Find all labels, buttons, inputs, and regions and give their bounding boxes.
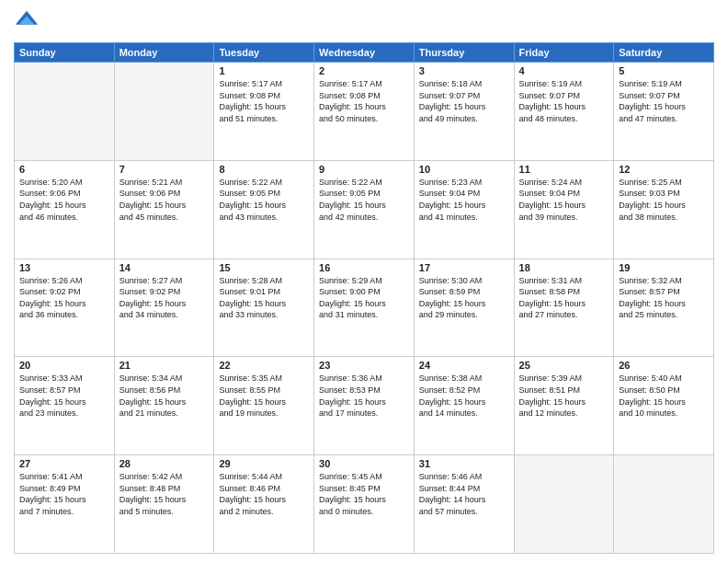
calendar-week-2: 6Sunrise: 5:20 AM Sunset: 9:06 PM Daylig… bbox=[15, 160, 714, 259]
calendar-cell: 31Sunrise: 5:46 AM Sunset: 8:44 PM Dayli… bbox=[414, 455, 514, 554]
day-number: 30 bbox=[319, 458, 409, 469]
calendar-cell: 1Sunrise: 5:17 AM Sunset: 9:08 PM Daylig… bbox=[214, 63, 314, 161]
header bbox=[14, 9, 714, 35]
day-info: Sunrise: 5:44 AM Sunset: 8:46 PM Dayligh… bbox=[219, 471, 309, 517]
day-number: 16 bbox=[319, 262, 409, 273]
day-info: Sunrise: 5:32 AM Sunset: 8:57 PM Dayligh… bbox=[619, 275, 709, 321]
calendar-cell: 23Sunrise: 5:36 AM Sunset: 8:53 PM Dayli… bbox=[314, 357, 415, 455]
day-number: 5 bbox=[619, 65, 709, 76]
calendar-cell: 13Sunrise: 5:26 AM Sunset: 9:02 PM Dayli… bbox=[15, 259, 115, 357]
day-info: Sunrise: 5:21 AM Sunset: 9:06 PM Dayligh… bbox=[119, 177, 210, 223]
calendar-cell: 24Sunrise: 5:38 AM Sunset: 8:52 PM Dayli… bbox=[414, 357, 514, 455]
weekday-header-row: SundayMondayTuesdayWednesdayThursdayFrid… bbox=[15, 43, 714, 63]
day-info: Sunrise: 5:36 AM Sunset: 8:53 PM Dayligh… bbox=[319, 373, 409, 419]
calendar-body: 1Sunrise: 5:17 AM Sunset: 9:08 PM Daylig… bbox=[15, 63, 714, 554]
calendar-cell: 9Sunrise: 5:22 AM Sunset: 9:05 PM Daylig… bbox=[314, 160, 415, 259]
calendar-cell: 20Sunrise: 5:33 AM Sunset: 8:57 PM Dayli… bbox=[15, 357, 115, 455]
calendar-cell: 30Sunrise: 5:45 AM Sunset: 8:45 PM Dayli… bbox=[314, 455, 415, 554]
calendar-cell: 29Sunrise: 5:44 AM Sunset: 8:46 PM Dayli… bbox=[214, 455, 314, 554]
day-info: Sunrise: 5:25 AM Sunset: 9:03 PM Dayligh… bbox=[619, 177, 709, 223]
calendar-cell: 15Sunrise: 5:28 AM Sunset: 9:01 PM Dayli… bbox=[214, 259, 314, 357]
day-info: Sunrise: 5:22 AM Sunset: 9:05 PM Dayligh… bbox=[219, 177, 309, 223]
calendar-cell: 12Sunrise: 5:25 AM Sunset: 9:03 PM Dayli… bbox=[614, 160, 714, 259]
calendar-cell: 8Sunrise: 5:22 AM Sunset: 9:05 PM Daylig… bbox=[214, 160, 314, 259]
calendar-cell: 11Sunrise: 5:24 AM Sunset: 9:04 PM Dayli… bbox=[514, 160, 614, 259]
calendar-cell: 14Sunrise: 5:27 AM Sunset: 9:02 PM Dayli… bbox=[114, 259, 214, 357]
day-info: Sunrise: 5:19 AM Sunset: 9:07 PM Dayligh… bbox=[519, 78, 609, 124]
day-info: Sunrise: 5:29 AM Sunset: 9:00 PM Dayligh… bbox=[319, 275, 409, 321]
day-number: 20 bbox=[19, 360, 109, 371]
calendar-cell bbox=[114, 63, 214, 161]
day-number: 26 bbox=[619, 360, 709, 371]
calendar-cell: 5Sunrise: 5:19 AM Sunset: 9:07 PM Daylig… bbox=[614, 63, 714, 161]
day-number: 31 bbox=[419, 458, 509, 469]
day-number: 6 bbox=[19, 164, 109, 175]
calendar-cell: 4Sunrise: 5:19 AM Sunset: 9:07 PM Daylig… bbox=[514, 63, 614, 161]
day-info: Sunrise: 5:31 AM Sunset: 8:58 PM Dayligh… bbox=[519, 275, 609, 321]
day-number: 25 bbox=[519, 360, 609, 371]
day-number: 11 bbox=[519, 164, 609, 175]
day-number: 23 bbox=[319, 360, 409, 371]
weekday-header-wednesday: Wednesday bbox=[314, 43, 415, 63]
weekday-header-saturday: Saturday bbox=[614, 43, 714, 63]
day-info: Sunrise: 5:20 AM Sunset: 9:06 PM Dayligh… bbox=[19, 177, 109, 223]
weekday-header-thursday: Thursday bbox=[414, 43, 514, 63]
day-info: Sunrise: 5:23 AM Sunset: 9:04 PM Dayligh… bbox=[419, 177, 509, 223]
day-number: 13 bbox=[19, 262, 109, 273]
calendar-cell: 27Sunrise: 5:41 AM Sunset: 8:49 PM Dayli… bbox=[15, 455, 115, 554]
day-number: 24 bbox=[419, 360, 509, 371]
calendar-week-5: 27Sunrise: 5:41 AM Sunset: 8:49 PM Dayli… bbox=[15, 455, 714, 554]
day-info: Sunrise: 5:28 AM Sunset: 9:01 PM Dayligh… bbox=[219, 275, 309, 321]
day-number: 21 bbox=[119, 360, 210, 371]
calendar-cell bbox=[15, 63, 115, 161]
day-info: Sunrise: 5:26 AM Sunset: 9:02 PM Dayligh… bbox=[19, 275, 109, 321]
weekday-header-sunday: Sunday bbox=[15, 43, 115, 63]
day-info: Sunrise: 5:22 AM Sunset: 9:05 PM Dayligh… bbox=[319, 177, 409, 223]
calendar-table: SundayMondayTuesdayWednesdayThursdayFrid… bbox=[14, 42, 714, 554]
day-info: Sunrise: 5:35 AM Sunset: 8:55 PM Dayligh… bbox=[219, 373, 309, 419]
day-number: 4 bbox=[519, 65, 609, 76]
calendar-cell: 10Sunrise: 5:23 AM Sunset: 9:04 PM Dayli… bbox=[414, 160, 514, 259]
day-info: Sunrise: 5:39 AM Sunset: 8:51 PM Dayligh… bbox=[519, 373, 609, 419]
calendar-cell: 16Sunrise: 5:29 AM Sunset: 9:00 PM Dayli… bbox=[314, 259, 415, 357]
calendar-cell: 18Sunrise: 5:31 AM Sunset: 8:58 PM Dayli… bbox=[514, 259, 614, 357]
day-info: Sunrise: 5:30 AM Sunset: 8:59 PM Dayligh… bbox=[419, 275, 509, 321]
day-number: 9 bbox=[319, 164, 409, 175]
calendar-cell: 21Sunrise: 5:34 AM Sunset: 8:56 PM Dayli… bbox=[114, 357, 214, 455]
day-number: 15 bbox=[219, 262, 309, 273]
day-info: Sunrise: 5:45 AM Sunset: 8:45 PM Dayligh… bbox=[319, 471, 409, 517]
day-info: Sunrise: 5:33 AM Sunset: 8:57 PM Dayligh… bbox=[19, 373, 109, 419]
day-info: Sunrise: 5:34 AM Sunset: 8:56 PM Dayligh… bbox=[119, 373, 210, 419]
calendar-cell: 22Sunrise: 5:35 AM Sunset: 8:55 PM Dayli… bbox=[214, 357, 314, 455]
calendar-cell: 28Sunrise: 5:42 AM Sunset: 8:48 PM Dayli… bbox=[114, 455, 214, 554]
day-number: 12 bbox=[619, 164, 709, 175]
logo-icon bbox=[14, 9, 40, 35]
weekday-header-tuesday: Tuesday bbox=[214, 43, 314, 63]
day-info: Sunrise: 5:17 AM Sunset: 9:08 PM Dayligh… bbox=[219, 78, 309, 124]
day-number: 14 bbox=[119, 262, 210, 273]
day-info: Sunrise: 5:38 AM Sunset: 8:52 PM Dayligh… bbox=[419, 373, 509, 419]
day-info: Sunrise: 5:24 AM Sunset: 9:04 PM Dayligh… bbox=[519, 177, 609, 223]
day-info: Sunrise: 5:40 AM Sunset: 8:50 PM Dayligh… bbox=[619, 373, 709, 419]
calendar-week-3: 13Sunrise: 5:26 AM Sunset: 9:02 PM Dayli… bbox=[15, 259, 714, 357]
day-number: 19 bbox=[619, 262, 709, 273]
day-number: 17 bbox=[419, 262, 509, 273]
calendar-cell: 19Sunrise: 5:32 AM Sunset: 8:57 PM Dayli… bbox=[614, 259, 714, 357]
day-number: 7 bbox=[119, 164, 210, 175]
day-info: Sunrise: 5:42 AM Sunset: 8:48 PM Dayligh… bbox=[119, 471, 210, 517]
calendar-cell: 26Sunrise: 5:40 AM Sunset: 8:50 PM Dayli… bbox=[614, 357, 714, 455]
weekday-header-friday: Friday bbox=[514, 43, 614, 63]
day-info: Sunrise: 5:18 AM Sunset: 9:07 PM Dayligh… bbox=[419, 78, 509, 124]
day-number: 28 bbox=[119, 458, 210, 469]
calendar-cell: 2Sunrise: 5:17 AM Sunset: 9:08 PM Daylig… bbox=[314, 63, 415, 161]
day-number: 2 bbox=[319, 65, 409, 76]
day-number: 10 bbox=[419, 164, 509, 175]
day-info: Sunrise: 5:17 AM Sunset: 9:08 PM Dayligh… bbox=[319, 78, 409, 124]
day-number: 8 bbox=[219, 164, 309, 175]
day-number: 18 bbox=[519, 262, 609, 273]
day-info: Sunrise: 5:19 AM Sunset: 9:07 PM Dayligh… bbox=[619, 78, 709, 124]
calendar-cell bbox=[614, 455, 714, 554]
calendar-week-4: 20Sunrise: 5:33 AM Sunset: 8:57 PM Dayli… bbox=[15, 357, 714, 455]
day-number: 27 bbox=[19, 458, 109, 469]
page: SundayMondayTuesdayWednesdayThursdayFrid… bbox=[0, 0, 728, 563]
